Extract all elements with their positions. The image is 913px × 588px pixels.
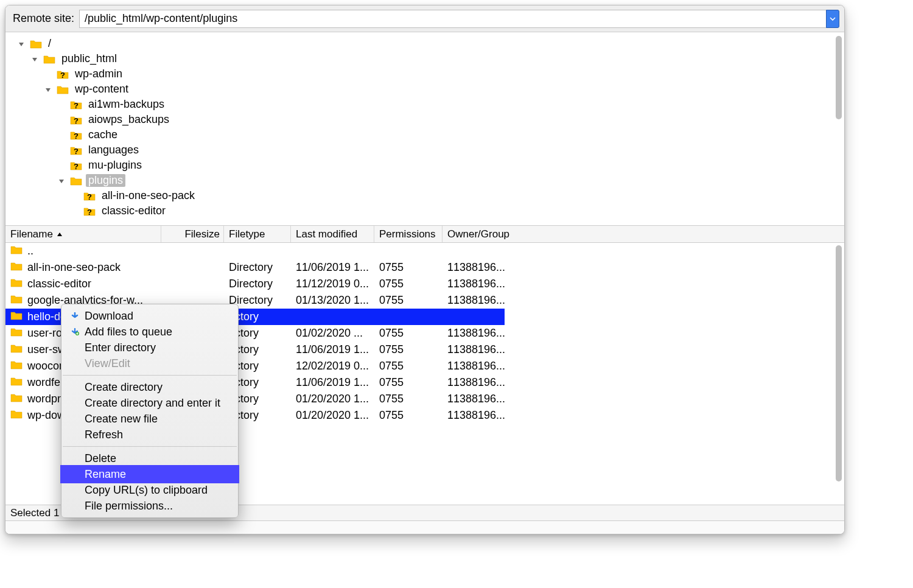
tree-node-label: cache <box>86 128 120 141</box>
ctx-copy-urls[interactable]: Copy URL(s) to clipboard <box>61 482 238 498</box>
cell-permissions: 0755 <box>374 327 443 340</box>
folder-icon <box>10 310 23 323</box>
folder-unknown-icon <box>70 130 82 140</box>
tree-node-label: ai1wm-backups <box>86 98 167 111</box>
file-list-scrollbar[interactable] <box>834 245 843 502</box>
ctx-enter-directory[interactable]: Enter directory <box>61 340 238 355</box>
cell-last-modified: 11/12/2019 0... <box>291 278 374 290</box>
remote-site-label: Remote site: <box>10 12 74 25</box>
sort-asc-icon <box>57 228 63 240</box>
tree-node-label: all-in-one-seo-pack <box>99 189 197 202</box>
cell-filetype: Directory <box>224 278 291 290</box>
download-icon <box>70 312 80 320</box>
tree-node[interactable]: wp-content <box>8 82 842 97</box>
cell-owner-group: 11388196... <box>443 409 844 422</box>
cell-owner-group: 11388196... <box>443 327 844 340</box>
ctx-add-to-queue[interactable]: Add files to queue <box>61 324 238 340</box>
folder-unknown-icon <box>70 161 82 170</box>
ctx-create-directory[interactable]: Create directory <box>61 379 238 395</box>
tree-node[interactable]: languages <box>8 142 842 158</box>
folder-icon <box>10 393 23 405</box>
folder-icon <box>10 343 23 356</box>
tree-node[interactable]: public_html <box>8 51 842 66</box>
tree-node[interactable]: all-in-one-seo-pack <box>8 188 842 203</box>
cell-owner-group: 11388196... <box>443 261 844 274</box>
column-permissions[interactable]: Permissions <box>374 226 443 242</box>
folder-icon <box>10 261 23 274</box>
remote-site-combo[interactable] <box>79 10 839 28</box>
tree-node[interactable]: plugins <box>8 173 842 188</box>
folder-icon <box>10 245 23 257</box>
tree-node-label: languages <box>86 144 141 156</box>
cell-permissions: 0755 <box>374 376 443 389</box>
tree-node[interactable]: ai1wm-backups <box>8 97 842 112</box>
context-menu[interactable]: Download Add files to queue Enter direct… <box>61 304 239 518</box>
ctx-create-file[interactable]: Create new file <box>61 411 238 427</box>
cell-owner-group: 11388196... <box>443 278 844 290</box>
folder-unknown-icon <box>83 191 96 201</box>
ctx-download[interactable]: Download <box>61 308 238 324</box>
column-filetype[interactable]: Filetype <box>224 226 291 242</box>
cell-last-modified: 11/06/2019 1... <box>291 261 374 274</box>
tree-node[interactable]: / <box>8 36 842 51</box>
ctx-file-permissions[interactable]: File permissions... <box>61 498 238 514</box>
bottom-scroll-gutter[interactable] <box>5 520 844 534</box>
disclosure-triangle-icon[interactable] <box>43 86 53 93</box>
cell-permissions: 0755 <box>374 393 443 405</box>
directory-tree[interactable]: /public_htmlwp-adminwp-contentai1wm-back… <box>5 32 844 226</box>
tree-node-label: aiowps_backups <box>86 113 172 126</box>
file-row[interactable]: all-in-one-seo-packDirectory11/06/2019 1… <box>5 259 844 276</box>
tree-node-label: / <box>46 37 54 50</box>
tree-node-label: wp-content <box>72 83 131 96</box>
cell-permissions: 0755 <box>374 360 443 373</box>
file-row[interactable]: classic-editorDirectory11/12/2019 0...07… <box>5 276 844 292</box>
folder-icon <box>10 376 23 389</box>
tree-node-label: classic-editor <box>99 205 168 217</box>
cell-permissions: 0755 <box>374 343 443 356</box>
remote-site-dropdown-button[interactable] <box>826 10 839 28</box>
cell-filename: all-in-one-seo-pack <box>5 261 161 274</box>
tree-node[interactable]: mu-plugins <box>8 158 842 173</box>
tree-node[interactable]: aiowps_backups <box>8 112 842 127</box>
tree-node-label: plugins <box>86 174 125 187</box>
cell-last-modified: 01/02/2020 ... <box>291 327 374 340</box>
status-text: Selected 1 d <box>10 507 68 519</box>
column-filesize[interactable]: Filesize <box>161 226 224 242</box>
folder-icon <box>10 409 23 422</box>
tree-node-label: wp-admin <box>72 68 125 80</box>
tree-node-label: mu-plugins <box>86 159 144 172</box>
ctx-rename[interactable]: Rename <box>61 466 238 482</box>
cell-permissions: 0755 <box>374 278 443 290</box>
file-list-header[interactable]: Filename Filesize Filetype Last modified… <box>5 226 844 243</box>
column-filename[interactable]: Filename <box>5 226 161 242</box>
cell-owner-group: 11388196... <box>443 376 844 389</box>
cell-last-modified: 11/06/2019 1... <box>291 376 374 389</box>
folder-icon <box>10 294 23 307</box>
cell-last-modified: 01/13/2020 1... <box>291 294 374 307</box>
tree-scrollbar[interactable] <box>834 36 843 222</box>
column-last-modified[interactable]: Last modified <box>291 226 374 242</box>
cell-permissions: 0755 <box>374 294 443 307</box>
remote-site-input[interactable] <box>79 10 826 28</box>
column-owner-group[interactable]: Owner/Group <box>443 226 844 242</box>
disclosure-triangle-icon[interactable] <box>16 40 26 47</box>
disclosure-triangle-icon[interactable] <box>57 177 66 184</box>
folder-unknown-icon <box>57 69 69 79</box>
tree-node[interactable]: cache <box>8 127 842 142</box>
ctx-refresh[interactable]: Refresh <box>61 427 238 443</box>
cell-owner-group: 11388196... <box>443 393 844 405</box>
ctx-delete[interactable]: Delete <box>61 450 238 466</box>
disclosure-triangle-icon[interactable] <box>30 55 40 63</box>
cell-last-modified: 01/20/2020 1... <box>291 393 374 405</box>
chevron-down-icon <box>830 17 836 21</box>
tree-node[interactable]: wp-admin <box>8 66 842 82</box>
folder-icon <box>10 327 23 340</box>
folder-icon <box>43 54 55 64</box>
folder-icon <box>70 176 82 186</box>
cell-last-modified: 12/02/2019 0... <box>291 360 374 373</box>
folder-unknown-icon <box>70 100 82 110</box>
file-row[interactable]: .. <box>5 243 844 259</box>
ctx-separator <box>63 446 237 447</box>
tree-node[interactable]: classic-editor <box>8 203 842 219</box>
ctx-create-directory-enter[interactable]: Create directory and enter it <box>61 395 238 411</box>
